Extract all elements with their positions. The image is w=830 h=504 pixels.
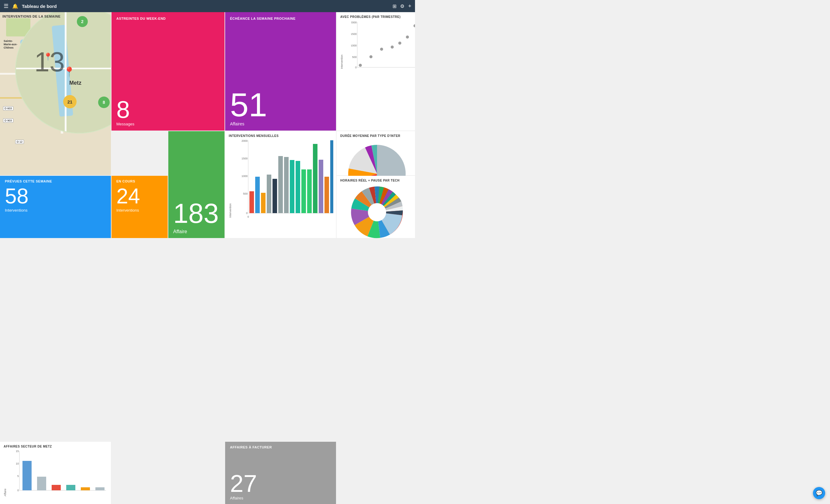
interventions-mensuelles-panel: INTERVENTIONS MENSUELLES Intervention 20…	[225, 131, 336, 238]
prevues-title: PRÉVUES CETTE SEMAINE	[5, 179, 106, 183]
map-pin-2: 📍	[43, 53, 53, 61]
avec-problemes-panel: AVEC PROBLÈMES (PAR TRIMESTRE) Intervent…	[337, 12, 415, 131]
echeance-title: ÉCHÉANCE LA SEMAINE PROCHAINE	[230, 16, 315, 21]
svg-rect-21	[249, 191, 254, 213]
metz-label: Metz	[69, 80, 82, 86]
svg-rect-28	[290, 160, 294, 213]
svg-rect-27	[284, 157, 289, 213]
scatter-y-label: Intervention	[340, 20, 343, 69]
en-cours-number: 24	[116, 186, 163, 207]
bar-chart-svg: 2000 1500 1000 500 0	[240, 139, 334, 221]
svg-text:2000: 2000	[351, 21, 357, 24]
bar-chart-wrapper: Intervention 2000 1500 1000 500 0	[229, 139, 332, 221]
svg-text:2000: 2000	[242, 139, 248, 142]
road-label-d903: D 903	[3, 119, 13, 123]
duree-moyenne-panel: DURÉE MOYENNE PAR TYPE D'INTER	[337, 131, 415, 175]
astreintes-label: Messages	[116, 122, 220, 126]
horaires-pie-chart	[347, 183, 407, 240]
header: ☰ 🔔 Tableau de bord ⊞ ⚙ +	[0, 0, 415, 12]
avec-problemes-title: AVEC PROBLÈMES (PAR TRIMESTRE)	[340, 15, 414, 19]
grid-icon[interactable]: ⊞	[392, 3, 396, 9]
header-title: Tableau de bord	[22, 4, 389, 9]
map-marker-8: 8	[98, 97, 110, 108]
total-affaire-label: Affaire	[173, 229, 220, 234]
en-cours-title: EN COURS	[116, 179, 163, 183]
svg-rect-24	[267, 175, 271, 213]
dashboard-grid: INTERVENTIONS DE LA SEMAINE A 31 D 603 D…	[0, 12, 415, 252]
road-label-d12: D 12	[15, 140, 24, 144]
prevues-card: PRÉVUES CETTE SEMAINE 58 Interventions	[0, 176, 111, 238]
svg-point-11	[398, 42, 401, 45]
svg-rect-31	[307, 169, 312, 213]
en-cours-card: EN COURS 24 Interventions	[111, 176, 168, 238]
echeance-number: 51	[230, 88, 331, 122]
svg-text:1500: 1500	[351, 32, 357, 36]
city-label-sainte: Sainte-Marie-aux-Chênes	[4, 39, 17, 49]
svg-rect-35	[330, 140, 333, 213]
duree-moyenne-title: DURÉE MOYENNE PAR TYPE D'INTER	[340, 134, 414, 138]
svg-point-7	[359, 64, 362, 67]
svg-point-9	[380, 48, 383, 51]
circle-road-label-a31: A 31	[40, 12, 49, 14]
svg-text:0: 0	[246, 212, 248, 215]
echeance-card: ÉCHÉANCE LA SEMAINE PROCHAINE 51 Affaire…	[225, 12, 336, 131]
gear-icon[interactable]: ⚙	[400, 3, 404, 9]
plus-icon[interactable]: +	[408, 3, 411, 9]
horaires-reel-panel: HORAIRES RÉEL + PAUSE PAR TECH	[337, 176, 415, 238]
svg-text:1500: 1500	[242, 157, 248, 160]
svg-rect-29	[296, 161, 300, 213]
interventions-mensuelles-title: INTERVENTIONS MENSUELLES	[229, 134, 332, 138]
svg-rect-22	[255, 177, 260, 213]
map-background: A 31 D 603 D 903 D 12 Sainte-Marie-aux-C…	[0, 12, 111, 175]
astreintes-number: 8	[116, 97, 220, 122]
map-pin-1: 📍	[63, 66, 75, 78]
map-title: INTERVENTIONS DE LA SEMAINE	[2, 14, 60, 18]
astreintes-title: ASTREINTES DU WEEK-END	[116, 16, 177, 21]
road-label-d603: D 603	[3, 106, 13, 110]
svg-point-12	[406, 36, 409, 39]
bar-chart-y-label: Intervention	[229, 139, 232, 218]
svg-rect-32	[313, 144, 317, 213]
bell-icon[interactable]: 🔔	[12, 3, 18, 9]
map-marker-21: 21	[63, 95, 76, 108]
horaires-reel-title: HORAIRES RÉEL + PAUSE PAR TECH	[340, 179, 414, 182]
svg-point-13	[413, 24, 415, 27]
svg-rect-25	[273, 179, 277, 213]
astreintes-card: ASTREINTES DU WEEK-END 8 Messages	[111, 12, 225, 131]
svg-rect-23	[261, 193, 265, 213]
horaires-pie-container	[340, 183, 414, 240]
map-section: INTERVENTIONS DE LA SEMAINE A 31 D 603 D…	[0, 12, 111, 175]
map-circle-overlay: Metz 13 2 4 📍 📍 21	[15, 12, 111, 134]
svg-text:1000: 1000	[351, 44, 357, 47]
svg-text:1000: 1000	[242, 175, 248, 178]
svg-text:0: 0	[355, 66, 357, 69]
svg-point-8	[370, 55, 373, 58]
scatter-chart-wrapper: Intervention 2000 1500 1000 500 0	[340, 20, 414, 72]
prevues-label: Interventions	[5, 208, 106, 212]
total-affaire-number: 183	[173, 200, 220, 227]
total-affaire-card: 183 Affaire	[168, 131, 225, 238]
svg-rect-30	[301, 169, 306, 213]
map-number-13: 13	[34, 46, 65, 78]
svg-point-37	[368, 203, 386, 221]
svg-text:0: 0	[247, 215, 249, 218]
svg-text:500: 500	[243, 192, 248, 195]
svg-text:500: 500	[352, 56, 357, 59]
en-cours-label: Interventions	[116, 208, 163, 212]
svg-rect-34	[324, 177, 329, 213]
scatter-chart: 2000 1500 1000 500 0	[351, 20, 415, 72]
prevues-number: 58	[5, 186, 106, 207]
svg-rect-26	[278, 156, 283, 213]
menu-icon[interactable]: ☰	[4, 3, 8, 9]
svg-point-10	[391, 45, 394, 48]
svg-rect-33	[319, 160, 323, 213]
map-marker-2: 2	[77, 16, 88, 27]
